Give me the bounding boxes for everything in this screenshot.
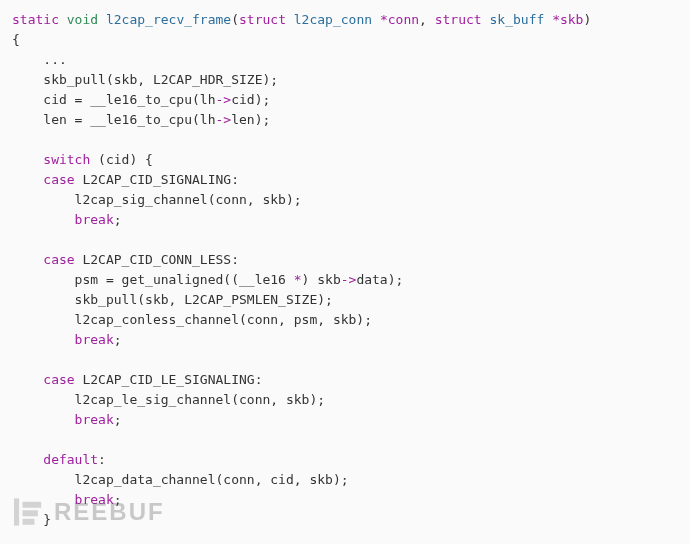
switch-rest: (cid) { xyxy=(90,152,153,167)
star-1: * xyxy=(294,272,302,287)
arrow-3: -> xyxy=(341,272,357,287)
case1-rest: L2CAP_CID_SIGNALING: xyxy=(75,172,239,187)
kw-default: default xyxy=(12,452,98,467)
ellipsis: ... xyxy=(12,52,67,67)
semi-1: ; xyxy=(114,212,122,227)
default-colon: : xyxy=(98,452,106,467)
kw-struct-2: struct xyxy=(435,12,482,27)
code-block: static void l2cap_recv_frame(struct l2ca… xyxy=(0,0,690,540)
type-l2cap-conn: l2cap_conn xyxy=(294,12,372,27)
kw-void: void xyxy=(67,12,98,27)
open-brace: { xyxy=(12,32,20,47)
param-conn: *conn xyxy=(380,12,419,27)
line-cid-a: cid = __le16_to_cpu(lh xyxy=(12,92,216,107)
fn-name: l2cap_recv_frame xyxy=(106,12,231,27)
line-cid-c: cid); xyxy=(231,92,270,107)
line-len-a: len = __le16_to_cpu(lh xyxy=(12,112,216,127)
arrow-1: -> xyxy=(216,92,232,107)
kw-struct-1: struct xyxy=(239,12,286,27)
case2-l1-c: ) skb xyxy=(302,272,341,287)
kw-break-2: break xyxy=(12,332,114,347)
arrow-2: -> xyxy=(216,112,232,127)
kw-case-1: case xyxy=(12,172,75,187)
line-len-c: len); xyxy=(231,112,270,127)
kw-static: static xyxy=(12,12,59,27)
case3-rest: L2CAP_CID_LE_SIGNALING: xyxy=(75,372,263,387)
kw-switch: switch xyxy=(12,152,90,167)
semi-4: ; xyxy=(114,492,122,507)
case2-l3: l2cap_conless_channel(conn, psm, skb); xyxy=(12,312,372,327)
case3-body: l2cap_le_sig_channel(conn, skb); xyxy=(12,392,325,407)
default-body: l2cap_data_channel(conn, cid, skb); xyxy=(12,472,349,487)
case2-l1-e: data); xyxy=(356,272,403,287)
case2-l1-a: psm = get_unaligned((__le16 xyxy=(12,272,294,287)
kw-case-2: case xyxy=(12,252,75,267)
type-sk-buff: sk_buff xyxy=(490,12,545,27)
line-skb-pull-1: skb_pull(skb, L2CAP_HDR_SIZE); xyxy=(12,72,278,87)
semi-3: ; xyxy=(114,412,122,427)
case2-l2: skb_pull(skb, L2CAP_PSMLEN_SIZE); xyxy=(12,292,333,307)
kw-break-1: break xyxy=(12,212,114,227)
kw-break-4: break xyxy=(12,492,114,507)
param-skb: *skb xyxy=(552,12,583,27)
case2-rest: L2CAP_CID_CONN_LESS: xyxy=(75,252,239,267)
case1-body: l2cap_sig_channel(conn, skb); xyxy=(12,192,302,207)
kw-case-3: case xyxy=(12,372,75,387)
kw-break-3: break xyxy=(12,412,114,427)
semi-2: ; xyxy=(114,332,122,347)
close-brace-inner: } xyxy=(12,512,51,527)
